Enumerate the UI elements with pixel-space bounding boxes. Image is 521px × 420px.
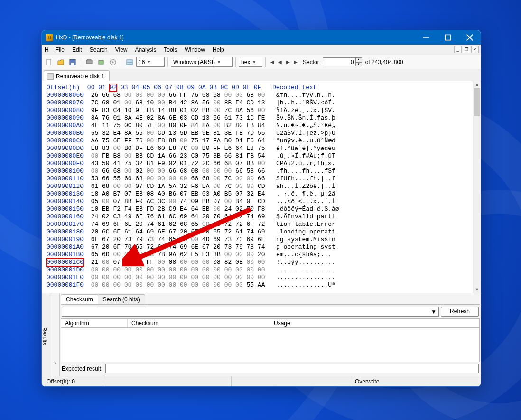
menu-file[interactable]: File xyxy=(52,46,68,54)
scroll-up-button[interactable]: ▲ xyxy=(473,81,481,88)
hex-editor[interactable]: Offset(h) 00 01 02 03 04 05 06 07 08 09 … xyxy=(42,81,481,293)
open-disk-button[interactable] xyxy=(84,57,94,67)
menu-help[interactable]: Help xyxy=(209,46,228,54)
statusbar: Offset(h): 0 Overwrite xyxy=(42,376,481,386)
document-tab[interactable]: Removeable disk 1 xyxy=(44,70,110,81)
encoding-value: Windows (ANSI) xyxy=(173,59,215,65)
vertical-scrollbar[interactable]: ▲ ▼ xyxy=(473,81,481,293)
app-icon: H xyxy=(46,34,53,41)
col-usage[interactable]: Usage xyxy=(270,319,479,327)
menu-analysis[interactable]: Analysis xyxy=(131,46,160,54)
expected-result-input[interactable] xyxy=(105,364,479,373)
app-window: H HxD - [Removeable disk 1] H File Edit … xyxy=(41,30,481,387)
minimize-button[interactable] xyxy=(415,30,437,45)
sector-input[interactable] xyxy=(323,57,356,66)
window-title: HxD - [Removeable disk 1] xyxy=(56,34,415,41)
nav-first-button[interactable]: |◀ xyxy=(269,59,275,65)
menu-tools[interactable]: Tools xyxy=(160,46,181,54)
sector-total-label: of 243,404,800 xyxy=(365,59,403,65)
menubar: H File Edit Search View Analysis Tools W… xyxy=(42,45,481,55)
bytes-per-row-icon-button[interactable] xyxy=(124,57,135,67)
svg-rect-1 xyxy=(445,35,450,40)
mdi-close[interactable]: × xyxy=(471,46,479,53)
folder-open-icon xyxy=(57,58,65,66)
menu-search[interactable]: Search xyxy=(86,46,112,54)
status-mode: Overwrite xyxy=(350,376,481,386)
close-button[interactable] xyxy=(459,30,481,45)
refresh-button[interactable]: Refresh xyxy=(441,307,479,317)
separator xyxy=(121,57,121,67)
mdi-restore[interactable]: ❐ xyxy=(463,46,470,53)
bytes-per-row-combo[interactable]: 16 ▼ xyxy=(136,57,165,67)
encoding-combo[interactable]: Windows (ANSI) ▼ xyxy=(171,57,233,67)
minimize-icon xyxy=(422,34,430,41)
expected-label: Expected result: xyxy=(62,365,102,372)
checksum-table-header: Algorithm Checksum Usage xyxy=(61,318,480,328)
nav-prev-button[interactable]: ◀ xyxy=(277,59,283,65)
checksum-filter-combo[interactable]: ▼ xyxy=(62,307,439,317)
spin-down-button[interactable]: ▼ xyxy=(355,62,362,67)
open-ram-button[interactable] xyxy=(96,57,106,67)
results-side-tab[interactable]: Results xyxy=(42,293,51,376)
menu-view[interactable]: View xyxy=(112,46,131,54)
open-button[interactable] xyxy=(56,57,66,67)
svg-point-11 xyxy=(112,61,114,63)
base-combo[interactable]: hex ▼ xyxy=(239,57,262,67)
chevron-down-icon: ▼ xyxy=(217,60,221,65)
menu-edit[interactable]: Edit xyxy=(68,46,86,54)
status-cell-2 xyxy=(103,376,232,386)
base-value: hex xyxy=(241,59,250,65)
document-tab-bar: Removeable disk 1 xyxy=(42,69,481,81)
scroll-thumb[interactable] xyxy=(474,88,480,116)
tab-search[interactable]: Search (0 hits) xyxy=(98,294,145,304)
bytes-per-row-value: 16 xyxy=(139,59,145,65)
chevron-down-icon: ▼ xyxy=(147,60,151,65)
scroll-down-button[interactable]: ▼ xyxy=(473,286,481,293)
status-cell-3 xyxy=(232,376,350,386)
disk-icon xyxy=(47,73,54,80)
svg-rect-4 xyxy=(47,59,51,65)
document-tab-label: Removeable disk 1 xyxy=(56,73,104,80)
separator xyxy=(81,57,81,67)
nav-last-button[interactable]: ▶| xyxy=(293,59,299,65)
open-image-button[interactable] xyxy=(108,57,118,67)
chevron-down-icon: ▼ xyxy=(431,308,437,315)
menu-window[interactable]: Window xyxy=(181,46,209,54)
maximize-icon xyxy=(444,34,452,41)
cd-icon xyxy=(109,58,117,66)
separator xyxy=(265,57,266,67)
svg-rect-9 xyxy=(99,60,103,64)
titlebar[interactable]: H HxD - [Removeable disk 1] xyxy=(42,30,481,45)
separator xyxy=(167,57,168,67)
close-icon xyxy=(466,34,474,41)
svg-rect-8 xyxy=(86,61,92,64)
nav-next-button[interactable]: ▶ xyxy=(285,59,291,65)
status-offset: Offset(h): 0 xyxy=(42,376,103,386)
tab-checksum[interactable]: Checksum xyxy=(61,294,98,304)
save-button[interactable] xyxy=(67,57,78,67)
bottom-panel: Results × Checksum Search (0 hits) ▼ Ref… xyxy=(42,293,481,376)
disk-icon xyxy=(85,58,93,66)
col-checksum[interactable]: Checksum xyxy=(128,319,270,327)
panel-close-button[interactable]: × xyxy=(51,293,60,376)
col-algorithm[interactable]: Algorithm xyxy=(61,319,128,327)
checksum-table-body xyxy=(61,328,480,362)
new-file-icon xyxy=(45,58,53,66)
toolbar: 16 ▼ Windows (ANSI) ▼ hex ▼ |◀ ◀ ▶ ▶| Se… xyxy=(42,55,481,69)
svg-rect-6 xyxy=(71,63,74,65)
mdi-minimize[interactable]: _ xyxy=(454,46,462,53)
doc-icon: H xyxy=(45,47,49,53)
chip-icon xyxy=(97,58,105,66)
sector-label: Sector xyxy=(303,59,319,65)
separator xyxy=(235,57,236,67)
sector-spinner[interactable]: ▲ ▼ xyxy=(323,57,362,66)
save-icon xyxy=(69,58,76,66)
chevron-down-icon: ▼ xyxy=(252,60,256,65)
grid-icon xyxy=(126,58,133,66)
spin-up-button[interactable]: ▲ xyxy=(355,57,362,62)
new-button[interactable] xyxy=(44,57,54,67)
maximize-button[interactable] xyxy=(437,30,459,45)
